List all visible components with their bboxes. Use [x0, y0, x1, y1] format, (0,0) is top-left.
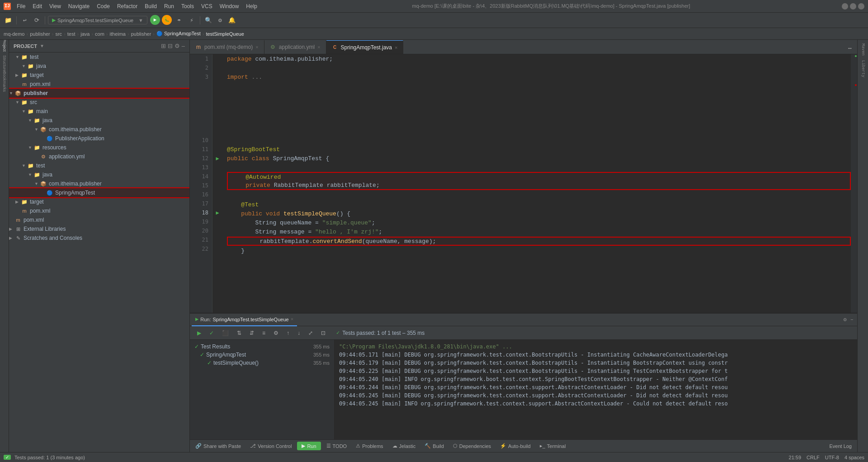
tree-item-springamqptest[interactable]: 🔵 SpringAmqpTest — [9, 188, 189, 197]
menu-view[interactable]: View — [46, 2, 64, 11]
status-line-col[interactable]: 21:59 — [789, 455, 802, 460]
toolbar-project-dropdown[interactable]: 📁 — [3, 15, 14, 26]
down-btn[interactable]: ↓ — [294, 329, 304, 338]
group-btn[interactable]: ≡ — [259, 329, 269, 338]
sidebar-settings[interactable]: ⚙ — [175, 43, 180, 49]
activity-bookmarks[interactable]: Bookmarks — [1, 78, 8, 85]
sidebar-minimize[interactable]: – — [182, 43, 185, 49]
profile-button[interactable]: ⚡ — [186, 15, 197, 26]
editor-scrollbar[interactable] — [851, 54, 857, 313]
tab-more-button[interactable]: ⋯ — [844, 43, 855, 54]
tab-close-pom[interactable]: × — [255, 44, 258, 50]
tree-item-test[interactable]: ▼ 📁 test — [9, 52, 189, 62]
menu-help[interactable]: Help — [243, 2, 260, 11]
auto-build-tab[interactable]: ⚡ Auto-build — [496, 442, 534, 450]
sidebar-expand-all[interactable]: ⊞ — [161, 43, 166, 49]
menu-window[interactable]: Window — [217, 2, 242, 11]
close-button[interactable] — [858, 3, 864, 10]
toolbar-undo[interactable]: ↩ — [19, 15, 30, 26]
expand-btn[interactable]: ⤢ — [305, 329, 316, 338]
todo-tab[interactable]: ☰ TODO — [323, 442, 351, 450]
version-control-tab[interactable]: ⎇ Version Control — [246, 442, 295, 450]
menu-code[interactable]: Code — [94, 2, 113, 11]
run-method-button[interactable]: ▶ — [212, 208, 222, 217]
search-button[interactable]: 🔍 — [203, 15, 214, 26]
checkmark-btn[interactable]: ✓ — [206, 329, 217, 338]
sidebar-collapse-all[interactable]: ⊟ — [168, 43, 173, 49]
breadcrumb-testsimplequeue[interactable]: testSimpleQueue — [206, 31, 244, 37]
right-maven-label[interactable]: Maven — [860, 42, 866, 57]
maximize-button[interactable] — [850, 3, 856, 10]
breadcrumb-itheima[interactable]: itheima — [110, 31, 126, 37]
tab-close-springamqp[interactable]: × — [395, 45, 397, 50]
breadcrumb-mqdemo[interactable]: mq-demo — [4, 31, 24, 37]
bottom-settings[interactable]: ⚙ — [842, 314, 849, 325]
stop-button[interactable]: ⬛ — [218, 329, 232, 338]
breadcrumb-java[interactable]: java — [80, 31, 90, 37]
share-with-paste[interactable]: 🔗 Share with Paste — [192, 442, 245, 450]
tree-item-publisherapp[interactable]: 🔵 PublisherApplication — [9, 134, 189, 143]
tree-item-main[interactable]: ▼ 📁 main — [9, 107, 189, 116]
settings-button[interactable]: ⚙ — [215, 15, 226, 26]
tree-item-resources[interactable]: ▼ 📁 resources — [9, 143, 189, 152]
activity-project[interactable]: Project — [1, 42, 8, 49]
tree-item-pom-root[interactable]: m pom.xml — [9, 80, 189, 89]
breadcrumb-com[interactable]: com — [95, 31, 104, 37]
tree-item-java3[interactable]: ▼ 📁 java — [9, 170, 189, 179]
menu-navigate[interactable]: Navigate — [65, 2, 93, 11]
breadcrumb-src[interactable]: src — [55, 31, 62, 37]
tree-item-external-libs[interactable]: ▶ ⊞ External Libraries — [9, 224, 189, 233]
status-encoding[interactable]: UTF-8 — [825, 455, 839, 460]
tree-item-pkg2[interactable]: ▼ 📦 com.itheima.publisher — [9, 179, 189, 188]
tree-item-pom-main[interactable]: m pom.xml — [9, 215, 189, 224]
code-content[interactable]: package com.itheima.publisher; import ..… — [222, 54, 851, 313]
tab-close-appyml[interactable]: × — [317, 44, 320, 50]
breadcrumb-publisher[interactable]: publisher — [30, 31, 50, 37]
menu-build[interactable]: Build — [142, 2, 160, 11]
right-liberty-label[interactable]: Liberty — [860, 58, 866, 79]
tree-item-appyml[interactable]: ⚙ application.yml — [9, 152, 189, 161]
run-button[interactable]: ▶ — [150, 15, 160, 25]
tab-appyml[interactable]: ⚙ application.yml × — [264, 40, 326, 54]
jelastic-tab[interactable]: ☁ Jelastic — [389, 442, 420, 450]
notifications-button[interactable]: 🔔 — [226, 15, 237, 26]
menu-tools[interactable]: Tools — [178, 2, 197, 11]
tree-item-scratches[interactable]: ▶ ✎ Scratches and Consoles — [9, 233, 189, 243]
filter2-btn[interactable]: ⊡ — [317, 329, 329, 338]
test-class-item[interactable]: ✓ SpringAmqpTest 355 ms — [193, 351, 331, 359]
event-log-btn[interactable]: Event Log — [826, 442, 855, 450]
menu-file[interactable]: File — [14, 2, 28, 11]
tab-springamqp[interactable]: C SpringAmqpTest.java × — [326, 40, 404, 54]
build-tab[interactable]: 🔨 Build — [421, 442, 447, 450]
up-btn[interactable]: ↑ — [283, 329, 293, 338]
dependencies-tab[interactable]: ⬡ Dependencies — [449, 442, 495, 450]
menu-edit[interactable]: Edit — [29, 2, 45, 11]
run-config-selector[interactable]: ▶ SpringAmqpTest.testSimpleQueue ▼ — [48, 16, 147, 24]
menu-vcs[interactable]: VCS — [198, 2, 216, 11]
tree-item-target[interactable]: ▶ 📁 target — [9, 71, 189, 80]
bottom-minimize[interactable]: – — [849, 315, 855, 325]
toolbar-sync[interactable]: ⟳ — [31, 15, 42, 26]
problems-tab[interactable]: ⚠ Problems — [352, 442, 387, 450]
menu-refactor[interactable]: Refactor — [114, 2, 141, 11]
activity-structure[interactable]: Structure — [1, 60, 8, 67]
menu-run[interactable]: Run — [161, 2, 177, 11]
close-run-tab[interactable]: × — [291, 317, 294, 322]
status-crlf[interactable]: CRLF — [807, 455, 820, 460]
minimize-button[interactable] — [842, 3, 848, 10]
breadcrumb-springamqptest[interactable]: 🔵 SpringAmqpTest — [156, 31, 201, 37]
breadcrumb-publisher2[interactable]: publisher — [131, 31, 151, 37]
sidebar-dropdown-icon[interactable]: ▼ — [40, 43, 44, 48]
tab-pom[interactable]: m pom.xml (mq-demo) × — [190, 40, 264, 54]
debug-button[interactable]: 🐛 — [162, 15, 172, 25]
coverage-button[interactable]: ☂ — [174, 15, 184, 26]
tree-item-pom2[interactable]: m pom.xml — [9, 206, 189, 215]
run-class-button[interactable]: ▶ — [212, 154, 222, 163]
tree-item-test2[interactable]: ▼ 📁 test — [9, 161, 189, 170]
tree-item-target2[interactable]: ▶ 📁 target — [9, 197, 189, 206]
status-indent[interactable]: 4 spaces — [844, 455, 864, 460]
test-method-item[interactable]: ✓ testSimpleQueue() 355 ms — [193, 359, 331, 367]
run-tab-bottom[interactable]: ▶ Run — [297, 442, 321, 450]
sort-btn[interactable]: ⇅ — [233, 329, 245, 338]
tree-item-publisher[interactable]: ▼ 📦 publisher — [9, 89, 189, 98]
